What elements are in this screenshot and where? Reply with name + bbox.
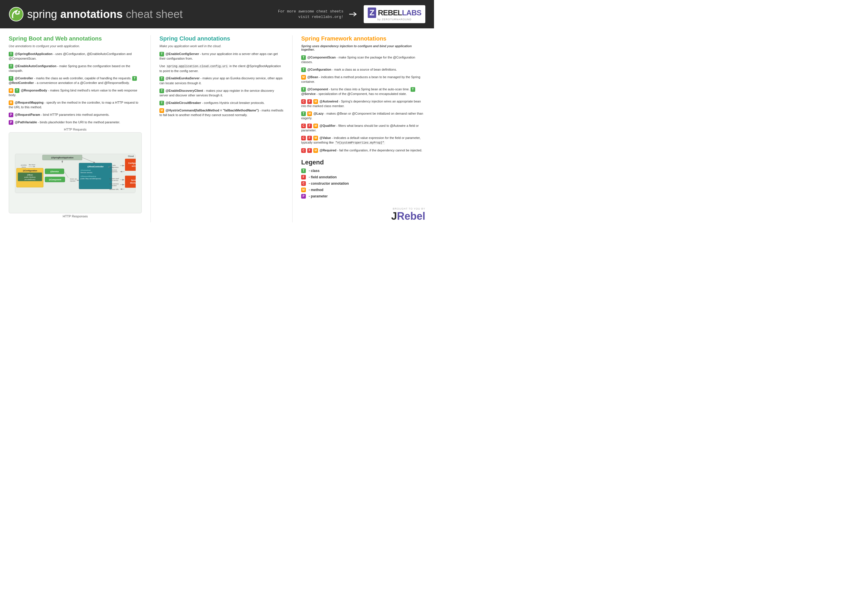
- annotation-bean: M @Bean - indicates that a method produc…: [301, 75, 425, 84]
- annotation-enablecircuitbreaker: T @EnableCircuitBreaker - configures Hys…: [160, 101, 284, 106]
- badge-C: C: [301, 99, 306, 104]
- col1-subtitle: Use annotations to configure your web ap…: [9, 44, 142, 48]
- legend-item-F: F - field annotation: [301, 175, 425, 179]
- diagram-label-top: HTTP Requests: [9, 127, 142, 131]
- badge-T: T: [160, 89, 164, 93]
- svg-text:receives: receives: [111, 169, 117, 171]
- col-spring-framework: Spring Framework annotations Spring uses…: [292, 35, 425, 222]
- svg-text:public Map serveRequest(): public Map serveRequest(): [81, 178, 101, 180]
- svg-text:@Configuration: @Configuration: [23, 169, 37, 172]
- badge-C: C: [301, 124, 306, 128]
- badge-C: C: [301, 136, 306, 140]
- badge-T: T: [9, 76, 13, 81]
- svg-text:@RestController: @RestController: [87, 166, 104, 168]
- annotation-value: C F M @Value - indicates a default value…: [301, 136, 425, 145]
- arrow-icon: [349, 11, 358, 17]
- annotation-component: T @Component - turns the class into a Sp…: [301, 87, 425, 96]
- annotation-controller: T @Controller - marks the class as web c…: [9, 76, 142, 85]
- badge-M-legend: M: [301, 188, 306, 192]
- annotation-lazy: T M @Lazy - makes @Bean or @Component be…: [301, 112, 425, 121]
- badge-P: P: [9, 113, 13, 117]
- annotation-configuration: T @Configuration - mark a class as a sou…: [301, 67, 425, 72]
- badge-T: T: [301, 55, 306, 60]
- header-right: For more awesome cheat sheets visit rebe…: [278, 5, 425, 23]
- svg-text:provides: provides: [21, 164, 27, 166]
- svg-text:@SpringBootApplication: @SpringBootApplication: [51, 157, 73, 159]
- svg-text:server: server: [132, 165, 136, 167]
- badge-T-legend: T: [301, 168, 306, 173]
- svg-text:@Bean: @Bean: [27, 174, 33, 176]
- badge-F: F: [307, 124, 312, 128]
- jrebel-logo: JRebel: [301, 210, 425, 222]
- badge-P-legend: P: [301, 194, 306, 199]
- col1-title: Spring Boot and Web annotations: [9, 35, 142, 42]
- legend-item-M: M - method: [301, 188, 425, 192]
- svg-text:asks: asks: [113, 165, 116, 166]
- svg-text:@Autowired: @Autowired: [81, 169, 91, 171]
- svg-text:as a service: as a service: [110, 180, 118, 182]
- annotation-springbootapplication: T @SpringBootApplication - uses @Configu…: [9, 52, 142, 61]
- annotation-autowired: C F M @Autowired - Spring's dependency i…: [301, 99, 425, 109]
- badge-C: C: [301, 148, 306, 153]
- annotation-required: C F M @Required - fail the configuration…: [301, 148, 425, 153]
- badge-M: M: [301, 75, 306, 79]
- diagram-svg: @SpringBootApplication provides beans li…: [15, 137, 136, 210]
- badge-M: M: [9, 101, 13, 105]
- svg-text:@Service: @Service: [50, 171, 59, 173]
- badge-T: T: [9, 52, 13, 56]
- legend-item-P: P - parameter: [301, 194, 425, 199]
- badge-C-legend: C: [301, 181, 306, 186]
- svg-text:receives URL: receives URL: [109, 188, 119, 190]
- svg-text:Cloud: Cloud: [128, 155, 134, 158]
- badge-T: T: [411, 87, 415, 92]
- rebel-labs-logo: Z REBELLABS by ZEROTURNAROUND: [364, 5, 425, 23]
- badge-F-legend: F: [301, 175, 306, 179]
- badge-M: M: [313, 148, 318, 153]
- svg-text:properties: properties: [110, 171, 118, 173]
- svg-text:configuration: configuration: [110, 166, 119, 168]
- badge-T: T: [9, 64, 13, 68]
- badge-M: M: [160, 108, 164, 113]
- badge-M: M: [307, 112, 312, 116]
- diagram-container: @SpringBootApplication provides beans li…: [9, 132, 142, 213]
- badge-M: M: [313, 124, 318, 128]
- badge-T: T: [160, 101, 164, 106]
- annotation-enableautoconfiguration: T @EnableAutoConfiguration - make Spring…: [9, 64, 142, 73]
- annotation-qualifier: C F M @Qualifier - filters what beans sh…: [301, 124, 425, 133]
- header-tagline: For more awesome cheat sheets visit rebe…: [278, 9, 343, 20]
- annotation-enablediscoveryclient: T @EnableDiscoveryClient - makes your ap…: [160, 89, 284, 98]
- svg-text:public MyBean: public MyBean: [24, 176, 36, 178]
- legend-title: Legend: [301, 159, 425, 166]
- svg-text:beans: beans: [22, 166, 26, 168]
- annotation-enableconfigserver: T @EnableConfigServer - turns your appli…: [160, 52, 284, 61]
- annotation-componentscan: T @ComponentScan - make Spring scan the …: [301, 55, 425, 65]
- badge-T: T: [132, 76, 137, 81]
- badge-T: T: [160, 76, 164, 81]
- svg-text:provideBean(): provideBean(): [25, 179, 36, 180]
- brought-by: BROUGHT TO YOU BY: [301, 207, 425, 210]
- svg-text:like these: like these: [29, 164, 35, 166]
- annotation-enableeurekaserver: T @EnableEurekaServer - makes your app a…: [160, 76, 284, 85]
- spring-logo-icon: [9, 7, 24, 22]
- col2-title: Spring Cloud annotations: [160, 35, 284, 42]
- svg-text:@RequestMapping: @RequestMapping: [81, 176, 96, 177]
- svg-text:@Component: @Component: [49, 179, 62, 181]
- legend-section: Legend T - class F - field annotation C …: [301, 159, 425, 199]
- col-spring-boot: Spring Boot and Web annotations Use anno…: [9, 35, 142, 222]
- svg-text:beans are: beans are: [70, 178, 77, 180]
- col3-subtitle: Spring uses dependency injection to conf…: [301, 44, 425, 51]
- badge-T: T: [301, 112, 306, 116]
- svg-text:injected: injected: [70, 180, 75, 182]
- col-spring-cloud: Spring Cloud annotations Make you applic…: [150, 35, 284, 222]
- annotation-requestparam: P @RequestParam - bind HTTP parameters i…: [9, 113, 142, 117]
- badge-M: M: [313, 99, 318, 104]
- svg-text:Service: Service: [131, 179, 136, 181]
- annotation-pathvariable: P @PathVariable - binds placeholder from…: [9, 120, 142, 125]
- annotation-hystrixcommand: M @HystrixCommand(fallbackMethod = "fall…: [160, 108, 284, 118]
- col3-title: Spring Framework annotations: [301, 35, 425, 42]
- svg-text:asks services: asks services: [109, 183, 119, 185]
- badge-F: F: [307, 148, 312, 153]
- badge-T: T: [15, 88, 19, 93]
- svg-text:Configuration: Configuration: [128, 162, 136, 165]
- jrebel-footer: BROUGHT TO YOU BY JRebel: [301, 207, 425, 222]
